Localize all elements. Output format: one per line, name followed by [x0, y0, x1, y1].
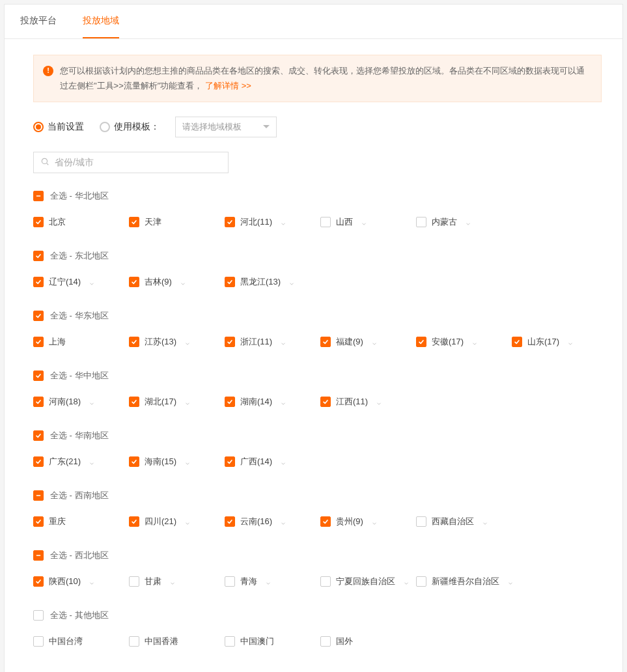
region-item: 福建(9) — [320, 336, 416, 348]
chevron-down-icon[interactable] — [280, 339, 286, 345]
radio-group: 当前设置 使用模板： — [33, 121, 160, 133]
region-item: 上海 — [33, 336, 129, 348]
chevron-down-icon[interactable] — [89, 578, 95, 585]
region-label: 辽宁(14) — [49, 276, 81, 288]
chevron-down-icon[interactable] — [471, 339, 478, 345]
region-checkbox[interactable] — [225, 636, 235, 647]
region-checkbox[interactable] — [416, 337, 426, 347]
region-checkbox[interactable] — [225, 516, 235, 527]
region-checkbox[interactable] — [129, 576, 139, 587]
search-box[interactable] — [33, 152, 229, 173]
chevron-down-icon[interactable] — [507, 578, 514, 585]
region-checkbox[interactable] — [33, 277, 44, 287]
region-label: 山东(17) — [527, 336, 559, 348]
region-item: 中国澳门 — [225, 636, 320, 647]
region-checkbox[interactable] — [416, 516, 426, 527]
region-checkbox[interactable] — [33, 337, 44, 347]
radio-icon — [33, 122, 44, 132]
settings-row: 当前设置 使用模板： 请选择地域模板 — [33, 117, 602, 137]
region-checkbox[interactable] — [33, 576, 44, 587]
tab-region[interactable]: 投放地域 — [83, 5, 119, 38]
region-checkbox[interactable] — [320, 576, 331, 587]
region-label: 河南(18) — [49, 396, 81, 408]
tab-platform[interactable]: 投放平台 — [20, 5, 57, 38]
chevron-down-icon[interactable] — [280, 399, 286, 405]
region-checkbox[interactable] — [33, 516, 44, 527]
radio-template[interactable]: 使用模板： — [100, 121, 160, 133]
group-header: 全选 - 西南地区 — [33, 490, 602, 501]
group-select-all-checkbox[interactable] — [33, 371, 44, 381]
group-select-all-checkbox[interactable] — [33, 251, 44, 261]
chevron-down-icon[interactable] — [184, 518, 191, 525]
region-checkbox[interactable] — [225, 576, 235, 587]
region-item: 浙江(11) — [225, 336, 320, 348]
chevron-down-icon[interactable] — [361, 219, 367, 225]
svg-line-1 — [47, 163, 49, 165]
group-select-all-checkbox[interactable] — [33, 490, 44, 501]
region-checkbox[interactable] — [320, 636, 331, 647]
group-select-all-checkbox[interactable] — [33, 311, 44, 321]
chevron-down-icon[interactable] — [184, 339, 191, 345]
region-checkbox[interactable] — [129, 337, 139, 347]
chevron-down-icon[interactable] — [89, 279, 95, 285]
group-title: 全选 - 东北地区 — [50, 250, 109, 262]
template-select[interactable]: 请选择地域模板 — [175, 117, 277, 137]
region-checkbox[interactable] — [33, 456, 44, 467]
region-checkbox[interactable] — [512, 337, 522, 347]
region-checkbox[interactable] — [129, 397, 139, 407]
chevron-down-icon[interactable] — [169, 578, 176, 585]
group-select-all-checkbox[interactable] — [33, 191, 44, 201]
group-select-all-checkbox[interactable] — [33, 430, 44, 441]
region-checkbox[interactable] — [33, 217, 44, 227]
chevron-down-icon[interactable] — [288, 279, 295, 285]
region-label: 山西 — [336, 216, 353, 228]
chevron-down-icon[interactable] — [265, 578, 272, 585]
region-checkbox[interactable] — [225, 277, 235, 287]
chevron-down-icon[interactable] — [184, 399, 191, 405]
region-checkbox[interactable] — [129, 217, 139, 227]
region-checkbox[interactable] — [129, 516, 139, 527]
chevron-down-icon[interactable] — [567, 339, 574, 345]
chevron-down-icon[interactable] — [280, 518, 286, 525]
region-checkbox[interactable] — [225, 456, 235, 467]
chevron-down-icon[interactable] — [280, 219, 286, 225]
chevron-down-icon[interactable] — [465, 219, 471, 225]
region-checkbox[interactable] — [416, 576, 426, 587]
chevron-down-icon[interactable] — [180, 279, 186, 285]
region-checkbox[interactable] — [33, 636, 44, 647]
region-checkbox[interactable] — [320, 337, 331, 347]
radio-current[interactable]: 当前设置 — [33, 121, 84, 133]
region-checkbox[interactable] — [225, 337, 235, 347]
chevron-down-icon[interactable] — [184, 458, 191, 465]
chevron-down-icon[interactable] — [89, 458, 95, 465]
notice-link[interactable]: 了解详情 >> — [205, 81, 251, 91]
region-checkbox[interactable] — [129, 456, 139, 467]
chevron-down-icon[interactable] — [376, 399, 382, 405]
chevron-down-icon[interactable] — [371, 339, 378, 345]
region-label: 云南(16) — [240, 516, 272, 527]
region-label: 陕西(10) — [49, 576, 81, 587]
chevron-down-icon[interactable] — [89, 399, 95, 405]
search-input[interactable] — [55, 157, 221, 167]
region-item: 吉林(9) — [129, 276, 225, 288]
region-checkbox[interactable] — [225, 217, 235, 227]
region-checkbox[interactable] — [320, 516, 331, 527]
group-select-all-checkbox[interactable] — [33, 610, 44, 621]
region-group: 全选 - 华南地区广东(21)海南(15)广西(14) — [33, 430, 602, 468]
chevron-down-icon[interactable] — [403, 578, 410, 585]
chevron-down-icon[interactable] — [280, 458, 286, 465]
region-checkbox[interactable] — [129, 277, 139, 287]
group-header: 全选 - 华北地区 — [33, 190, 602, 202]
region-checkbox[interactable] — [129, 636, 139, 647]
region-checkbox[interactable] — [33, 397, 44, 407]
group-select-all-checkbox[interactable] — [33, 550, 44, 561]
region-label: 吉林(9) — [145, 276, 172, 288]
region-label: 江苏(13) — [145, 336, 176, 348]
region-checkbox[interactable] — [320, 397, 331, 407]
region-checkbox[interactable] — [416, 217, 426, 227]
chevron-down-icon[interactable] — [482, 518, 488, 525]
region-checkbox[interactable] — [320, 217, 331, 227]
region-checkbox[interactable] — [225, 397, 235, 407]
regions-row: 辽宁(14)吉林(9)黑龙江(13) — [33, 276, 602, 288]
chevron-down-icon[interactable] — [371, 518, 378, 525]
